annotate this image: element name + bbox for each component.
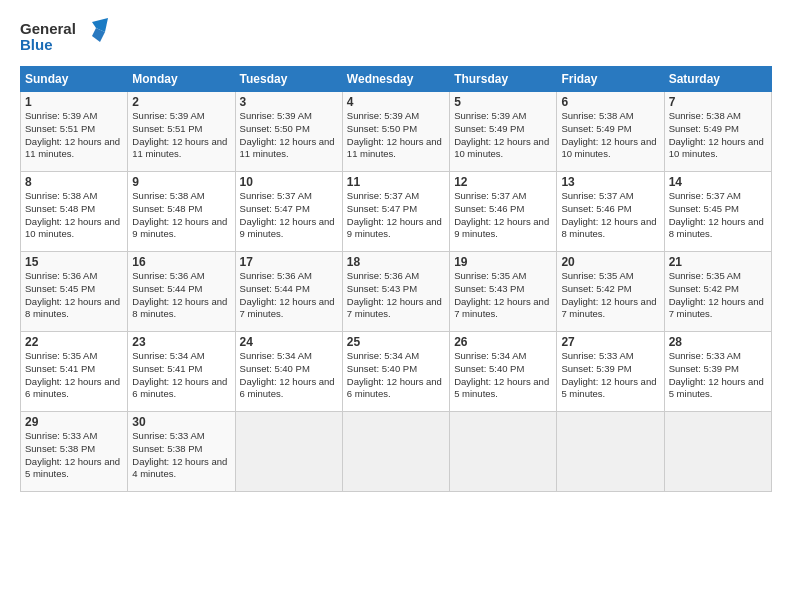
calendar-header-row: SundayMondayTuesdayWednesdayThursdayFrid… [21,67,772,92]
day-info: Sunrise: 5:38 AMSunset: 5:48 PMDaylight:… [132,190,230,241]
day-number: 13 [561,175,659,189]
day-number: 6 [561,95,659,109]
day-info: Sunrise: 5:36 AMSunset: 5:44 PMDaylight:… [132,270,230,321]
calendar-cell: 15 Sunrise: 5:36 AMSunset: 5:45 PMDaylig… [21,252,128,332]
calendar-header-saturday: Saturday [664,67,771,92]
calendar-cell: 5 Sunrise: 5:39 AMSunset: 5:49 PMDayligh… [450,92,557,172]
day-info: Sunrise: 5:33 AMSunset: 5:38 PMDaylight:… [25,430,123,481]
day-info: Sunrise: 5:39 AMSunset: 5:49 PMDaylight:… [454,110,552,161]
day-info: Sunrise: 5:36 AMSunset: 5:44 PMDaylight:… [240,270,338,321]
calendar-cell: 28 Sunrise: 5:33 AMSunset: 5:39 PMDaylig… [664,332,771,412]
day-number: 23 [132,335,230,349]
day-number: 21 [669,255,767,269]
calendar-cell: 21 Sunrise: 5:35 AMSunset: 5:42 PMDaylig… [664,252,771,332]
day-info: Sunrise: 5:35 AMSunset: 5:43 PMDaylight:… [454,270,552,321]
calendar-cell [342,412,449,492]
calendar-cell: 18 Sunrise: 5:36 AMSunset: 5:43 PMDaylig… [342,252,449,332]
day-info: Sunrise: 5:35 AMSunset: 5:42 PMDaylight:… [669,270,767,321]
header: General Blue [20,18,772,56]
day-number: 28 [669,335,767,349]
day-info: Sunrise: 5:34 AMSunset: 5:41 PMDaylight:… [132,350,230,401]
logo: General Blue [20,18,110,56]
calendar-cell: 2 Sunrise: 5:39 AMSunset: 5:51 PMDayligh… [128,92,235,172]
day-number: 2 [132,95,230,109]
day-info: Sunrise: 5:34 AMSunset: 5:40 PMDaylight:… [454,350,552,401]
day-number: 15 [25,255,123,269]
calendar-week-1: 1 Sunrise: 5:39 AMSunset: 5:51 PMDayligh… [21,92,772,172]
calendar-cell: 30 Sunrise: 5:33 AMSunset: 5:38 PMDaylig… [128,412,235,492]
svg-text:General: General [20,20,76,37]
day-info: Sunrise: 5:39 AMSunset: 5:50 PMDaylight:… [240,110,338,161]
day-number: 5 [454,95,552,109]
day-number: 10 [240,175,338,189]
day-number: 20 [561,255,659,269]
day-info: Sunrise: 5:33 AMSunset: 5:39 PMDaylight:… [561,350,659,401]
calendar-cell: 26 Sunrise: 5:34 AMSunset: 5:40 PMDaylig… [450,332,557,412]
calendar-cell: 17 Sunrise: 5:36 AMSunset: 5:44 PMDaylig… [235,252,342,332]
calendar-week-3: 15 Sunrise: 5:36 AMSunset: 5:45 PMDaylig… [21,252,772,332]
day-number: 4 [347,95,445,109]
calendar-cell: 3 Sunrise: 5:39 AMSunset: 5:50 PMDayligh… [235,92,342,172]
calendar-cell: 7 Sunrise: 5:38 AMSunset: 5:49 PMDayligh… [664,92,771,172]
day-number: 11 [347,175,445,189]
calendar-header-tuesday: Tuesday [235,67,342,92]
calendar-header-monday: Monday [128,67,235,92]
day-number: 12 [454,175,552,189]
day-number: 22 [25,335,123,349]
day-info: Sunrise: 5:37 AMSunset: 5:46 PMDaylight:… [454,190,552,241]
day-number: 25 [347,335,445,349]
day-number: 30 [132,415,230,429]
day-info: Sunrise: 5:34 AMSunset: 5:40 PMDaylight:… [347,350,445,401]
day-number: 1 [25,95,123,109]
calendar-cell: 4 Sunrise: 5:39 AMSunset: 5:50 PMDayligh… [342,92,449,172]
day-info: Sunrise: 5:36 AMSunset: 5:43 PMDaylight:… [347,270,445,321]
svg-text:Blue: Blue [20,36,53,53]
day-number: 3 [240,95,338,109]
calendar-cell: 1 Sunrise: 5:39 AMSunset: 5:51 PMDayligh… [21,92,128,172]
calendar-cell: 14 Sunrise: 5:37 AMSunset: 5:45 PMDaylig… [664,172,771,252]
day-info: Sunrise: 5:35 AMSunset: 5:41 PMDaylight:… [25,350,123,401]
day-info: Sunrise: 5:37 AMSunset: 5:45 PMDaylight:… [669,190,767,241]
day-info: Sunrise: 5:37 AMSunset: 5:46 PMDaylight:… [561,190,659,241]
day-info: Sunrise: 5:37 AMSunset: 5:47 PMDaylight:… [347,190,445,241]
calendar-header-friday: Friday [557,67,664,92]
page: General Blue SundayMondayTuesdayWednesda… [0,0,792,502]
day-info: Sunrise: 5:33 AMSunset: 5:39 PMDaylight:… [669,350,767,401]
day-info: Sunrise: 5:34 AMSunset: 5:40 PMDaylight:… [240,350,338,401]
calendar-cell: 6 Sunrise: 5:38 AMSunset: 5:49 PMDayligh… [557,92,664,172]
day-number: 14 [669,175,767,189]
calendar-cell: 24 Sunrise: 5:34 AMSunset: 5:40 PMDaylig… [235,332,342,412]
calendar-week-5: 29 Sunrise: 5:33 AMSunset: 5:38 PMDaylig… [21,412,772,492]
calendar-cell: 19 Sunrise: 5:35 AMSunset: 5:43 PMDaylig… [450,252,557,332]
day-info: Sunrise: 5:33 AMSunset: 5:38 PMDaylight:… [132,430,230,481]
day-info: Sunrise: 5:38 AMSunset: 5:48 PMDaylight:… [25,190,123,241]
calendar-week-2: 8 Sunrise: 5:38 AMSunset: 5:48 PMDayligh… [21,172,772,252]
day-number: 18 [347,255,445,269]
calendar-cell: 27 Sunrise: 5:33 AMSunset: 5:39 PMDaylig… [557,332,664,412]
day-number: 7 [669,95,767,109]
day-number: 29 [25,415,123,429]
day-number: 8 [25,175,123,189]
calendar-cell: 8 Sunrise: 5:38 AMSunset: 5:48 PMDayligh… [21,172,128,252]
calendar-header-wednesday: Wednesday [342,67,449,92]
day-info: Sunrise: 5:37 AMSunset: 5:47 PMDaylight:… [240,190,338,241]
calendar-header-thursday: Thursday [450,67,557,92]
calendar-week-4: 22 Sunrise: 5:35 AMSunset: 5:41 PMDaylig… [21,332,772,412]
day-info: Sunrise: 5:39 AMSunset: 5:51 PMDaylight:… [25,110,123,161]
day-number: 16 [132,255,230,269]
calendar-header-sunday: Sunday [21,67,128,92]
calendar-cell: 29 Sunrise: 5:33 AMSunset: 5:38 PMDaylig… [21,412,128,492]
calendar-cell: 16 Sunrise: 5:36 AMSunset: 5:44 PMDaylig… [128,252,235,332]
day-info: Sunrise: 5:38 AMSunset: 5:49 PMDaylight:… [561,110,659,161]
calendar-cell: 11 Sunrise: 5:37 AMSunset: 5:47 PMDaylig… [342,172,449,252]
day-info: Sunrise: 5:38 AMSunset: 5:49 PMDaylight:… [669,110,767,161]
calendar-cell: 25 Sunrise: 5:34 AMSunset: 5:40 PMDaylig… [342,332,449,412]
general-blue-logo: General Blue [20,18,110,56]
day-number: 9 [132,175,230,189]
day-number: 19 [454,255,552,269]
day-info: Sunrise: 5:39 AMSunset: 5:50 PMDaylight:… [347,110,445,161]
calendar-cell: 20 Sunrise: 5:35 AMSunset: 5:42 PMDaylig… [557,252,664,332]
day-info: Sunrise: 5:35 AMSunset: 5:42 PMDaylight:… [561,270,659,321]
day-info: Sunrise: 5:36 AMSunset: 5:45 PMDaylight:… [25,270,123,321]
calendar-cell: 22 Sunrise: 5:35 AMSunset: 5:41 PMDaylig… [21,332,128,412]
